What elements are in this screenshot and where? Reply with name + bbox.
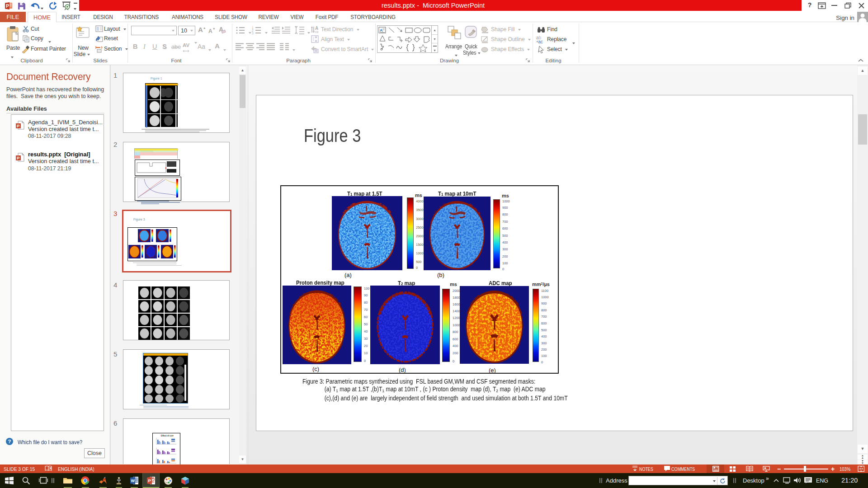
svg-text:3: 3 (252, 32, 254, 35)
svg-text:P: P (17, 123, 20, 128)
svg-text:W: W (131, 479, 135, 483)
svg-text:A: A (380, 28, 383, 33)
svg-text:Effect of corr: Effect of corr (161, 435, 174, 437)
svg-text:P: P (6, 3, 9, 9)
svg-text:P: P (17, 155, 20, 160)
svg-text:A: A (315, 26, 318, 31)
svg-text:P: P (148, 478, 151, 483)
